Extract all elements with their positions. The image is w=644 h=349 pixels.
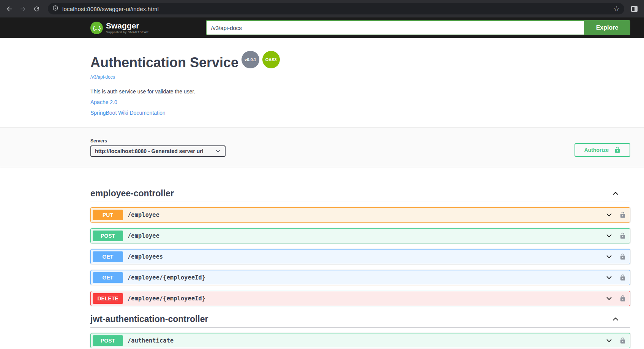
chevron-down-icon[interactable] [605,232,613,240]
section-title: employee-controller [90,188,174,199]
operation-row[interactable]: GET /employees [90,249,630,264]
operations-root: employee-controller PUT /employee POST /… [0,167,644,348]
operation-row[interactable]: POST /employee [90,228,630,243]
server-select[interactable]: http://localhost:8080 - Generated server… [90,145,226,157]
method-badge: PUT [93,210,123,220]
address-bar[interactable]: localhost:8080/swagger-ui/index.html ☆ [48,3,624,14]
lock-icon[interactable] [619,295,626,302]
servers-block: Servers http://localhost:8080 - Generate… [90,138,226,157]
swagger-logo-icon: {…} [90,22,103,34]
operation-row[interactable]: POST /authenticate [90,333,630,348]
version-badge: v0.0.1 [242,51,259,68]
api-description: This is auth service use for validate th… [90,88,630,95]
chevron-down-icon[interactable] [605,294,613,303]
chevron-down-icon[interactable] [605,273,613,282]
method-badge: GET [93,251,123,262]
spec-link[interactable]: /v3/api-docs [90,74,115,80]
explore-button[interactable]: Explore [584,20,630,35]
bookmark-star-icon[interactable]: ☆ [613,5,620,13]
method-badge: DELETE [93,293,123,304]
operation-path: /employees [128,253,163,260]
chevron-down-icon [215,148,221,154]
oas3-badge: OAS3 [262,51,280,68]
controller-section: jwt-authentication-controller POST /auth… [90,314,630,348]
browser-toolbar: localhost:8080/swagger-ui/index.html ☆ [0,0,644,17]
operation-path: /authenticate [128,337,174,344]
operation-path: /employee [128,232,159,239]
api-title: Authentication Servicev0.0.1OAS3 [90,55,630,72]
unlock-icon [614,147,621,153]
operation-path: /employee/{employeeId} [128,295,205,302]
operation-row[interactable]: PUT /employee [90,207,630,223]
chevron-down-icon[interactable] [605,253,613,261]
section-title: jwt-authentication-controller [90,314,208,324]
lock-icon[interactable] [619,274,626,281]
servers-label: Servers [90,138,226,144]
controller-section: employee-controller PUT /employee POST /… [90,188,630,306]
api-title-text: Authentication Service [90,55,238,70]
authorize-label: Authorize [584,147,609,153]
chevron-down-icon[interactable] [605,211,613,219]
logo-subtitle: Supported by SMARTBEAR [106,30,149,34]
api-info-section: Authentication Servicev0.0.1OAS3 /v3/api… [0,38,644,127]
operation-path: /employee [128,212,159,218]
forward-arrow-icon[interactable] [17,3,29,15]
back-arrow-icon[interactable] [3,3,15,15]
lock-icon[interactable] [619,212,626,218]
section-header[interactable]: employee-controller [90,188,630,202]
section-header[interactable]: jwt-authentication-controller [90,314,630,328]
lock-icon[interactable] [619,253,626,260]
lock-icon[interactable] [619,337,626,344]
operation-row[interactable]: GET /employee/{employeeId} [90,270,630,285]
server-select-value: http://localhost:8080 - Generated server… [95,148,215,154]
operation-row[interactable]: DELETE /employee/{employeeId} [90,291,630,306]
lock-icon[interactable] [619,232,626,239]
chevron-up-icon[interactable] [611,315,620,323]
swagger-main: Authentication Servicev0.0.1OAS3 /v3/api… [0,38,644,348]
operation-path: /employee/{employeeId} [128,274,205,281]
spec-url-input[interactable] [206,20,584,35]
chevron-up-icon[interactable] [611,189,620,197]
license-link[interactable]: Apache 2.0 [90,99,630,105]
swagger-topbar: {…} Swagger Supported by SMARTBEAR Explo… [0,17,644,38]
side-panel-icon[interactable] [628,3,640,15]
authorize-button[interactable]: Authorize [575,143,630,157]
reload-icon[interactable] [30,3,43,15]
logo-title: Swagger [106,22,149,30]
url-text[interactable]: localhost:8080/swagger-ui/index.html [62,6,613,12]
method-badge: POST [93,231,123,241]
method-badge: GET [93,272,123,283]
external-doc-link[interactable]: SpringBoot Wiki Documentation [90,110,630,116]
page-info-icon[interactable] [52,5,58,13]
scheme-container: Servers http://localhost:8080 - Generate… [0,127,644,167]
swagger-logo: {…} Swagger Supported by SMARTBEAR [90,22,149,34]
chevron-down-icon[interactable] [605,336,613,345]
method-badge: POST [93,335,123,346]
